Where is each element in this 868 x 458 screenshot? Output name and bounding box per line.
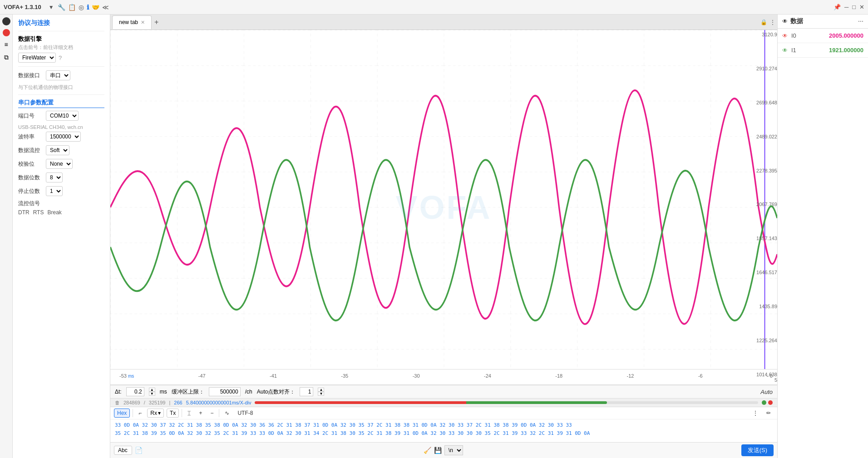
separator — [133, 409, 133, 417]
y-axis-labels: 3120.9 2910.274 2699.648 2489.022 2278.3… — [745, 30, 777, 384]
port-label: 端口号 — [18, 112, 43, 120]
engine-hint: 点击前号：前往详细文档 — [18, 44, 104, 51]
icon-lines[interactable]: ≡ — [2, 40, 11, 49]
terminal-line-1: 33 0D 0A 32 30 37 32 2C 31 38 35 38 0D 0… — [115, 421, 773, 429]
tab-add-btn[interactable]: + — [152, 18, 161, 26]
x-labels: -53 ms -47 -41 -35 -30 -24 -18 -12 -6 - … — [110, 371, 777, 379]
dt-down[interactable]: ▼ — [149, 392, 155, 396]
panel-more-btn[interactable]: ⋯ — [858, 18, 863, 25]
utf-btn[interactable]: UTF-8 — [235, 409, 256, 417]
interface-select[interactable]: 串口 — [46, 70, 70, 80]
minus-btn[interactable]: − — [207, 409, 216, 417]
dtr-btn[interactable]: DTR — [18, 209, 30, 216]
send-button[interactable]: 发送(S) — [741, 444, 774, 456]
main-layout: ≡ ⧉ 协议与连接 数据引擎 点击前号：前往详细文档 FireWater ? 数… — [0, 15, 868, 458]
count2: 325199 — [149, 400, 166, 405]
align-spinner[interactable]: ▲ ▼ — [318, 388, 324, 396]
channel-0-value: 2005.000000 — [829, 32, 863, 39]
buffer-input[interactable] — [209, 387, 241, 396]
more-btn[interactable]: ⋮ — [750, 409, 761, 417]
terminal-line-2: 35 2C 31 38 39 35 0D 0A 32 30 32 35 2C 3… — [115, 429, 773, 438]
x-label-8: -6 — [698, 373, 703, 379]
y-label-2: 2699.648 — [745, 100, 777, 105]
databits-select[interactable]: 8 — [46, 172, 63, 182]
tx-btn[interactable]: Tx — [167, 409, 179, 418]
close-btn[interactable]: ✕ — [859, 4, 864, 10]
tab-close-btn[interactable]: ✕ — [141, 20, 145, 25]
dt-up[interactable]: ▲ — [149, 388, 155, 392]
channel-1-label: I1 — [791, 47, 800, 54]
align-up[interactable]: ▲ — [318, 388, 324, 392]
y-label-0: 3120.9 — [745, 32, 777, 37]
sidebar: 协议与连接 数据引擎 点击前号：前往详细文档 FireWater ? 数据接口 … — [13, 15, 110, 458]
window-controls: 📌 ─ □ ✕ — [833, 4, 864, 10]
separator2 — [182, 409, 182, 417]
separator2: | — [169, 400, 171, 405]
wrench-icon[interactable]: 🔧 — [58, 4, 65, 11]
engine-help[interactable]: ? — [59, 54, 62, 61]
lock-icon[interactable]: 🔒 — [760, 19, 767, 25]
pin-icon[interactable]: 📌 — [833, 4, 841, 10]
y-label-7: 1646.517 — [745, 270, 777, 275]
baud-select[interactable]: 1500000 — [46, 132, 81, 142]
baud-label: 波特率 — [18, 133, 43, 141]
count3: 266 — [174, 400, 182, 405]
rts-btn[interactable]: RTS — [33, 209, 44, 216]
parity-select[interactable]: None — [46, 159, 73, 169]
icon-circle-dark[interactable] — [2, 17, 10, 25]
more-options-icon[interactable]: ⋮ — [770, 19, 775, 25]
wave-btn[interactable]: ∿ — [222, 409, 232, 417]
channel-1-eye[interactable]: 👁 — [782, 47, 788, 54]
panel-title: 数据 — [790, 17, 803, 25]
chart-svg — [110, 30, 777, 384]
file-icon[interactable]: 📄 — [135, 447, 143, 454]
port-hint: USB-SERIAL CH340, wch.cn — [18, 124, 104, 130]
auto-align-input[interactable] — [300, 387, 313, 396]
serial-config-title: 串口参数配置 — [18, 98, 104, 108]
tab-new[interactable]: new tab ✕ — [112, 15, 152, 29]
hex-btn[interactable]: Hex — [114, 409, 130, 418]
interface-row: 数据接口 串口 — [18, 70, 104, 80]
interface-label: 数据接口 — [18, 72, 43, 79]
camera-icon[interactable]: ◎ — [79, 4, 84, 11]
y-label-10: 1014.6385 — [745, 372, 777, 383]
align-down[interactable]: ▼ — [318, 392, 324, 396]
eye-icon: 👁 — [782, 18, 788, 25]
channel-row-1: 👁 I1 1921.000000 — [778, 43, 868, 58]
break-btn[interactable]: Break — [47, 209, 61, 216]
dropdown-icon[interactable]: ▼ — [49, 4, 54, 10]
flow-select[interactable]: Soft — [46, 145, 69, 155]
rx-btn[interactable]: Rx ▾ — [147, 409, 164, 418]
send-bar: Abc 📄 🧹 💾 \n 发送(S) — [110, 442, 777, 458]
control-signals: 流控信号 DTR RTS Break — [18, 200, 104, 216]
stopbits-row: 停止位数 1 — [18, 186, 104, 196]
info-icon[interactable]: ℹ — [87, 4, 89, 11]
maximize-btn[interactable]: □ — [852, 4, 856, 10]
save-icon[interactable]: 💾 — [434, 447, 442, 454]
dt-input[interactable] — [126, 387, 144, 396]
trash-icon[interactable]: 🗑 — [115, 400, 120, 405]
icon-record[interactable] — [3, 29, 10, 36]
collapse-icon[interactable]: ≪ — [102, 4, 109, 11]
clear-icon[interactable]: 🧹 — [424, 447, 431, 454]
engine-select[interactable]: FireWater — [18, 53, 56, 63]
per-ch-label: /ch — [245, 389, 252, 395]
channel-0-eye[interactable]: 👁 — [782, 33, 788, 39]
terminal-icon-btn[interactable]: ⌐ — [136, 409, 144, 417]
dt-spinner[interactable]: ▲ ▼ — [149, 388, 155, 396]
clipboard-icon[interactable]: 📋 — [68, 4, 76, 11]
x-label-1: -47 — [198, 373, 206, 379]
port-select[interactable]: COM10 — [46, 111, 79, 121]
connect-icon[interactable]: 🤝 — [92, 4, 99, 11]
flow-label: 数据流控 — [18, 147, 43, 154]
databits-label: 数据位数 — [18, 174, 43, 182]
progress-bar — [255, 401, 758, 404]
plus-btn[interactable]: + — [196, 409, 205, 417]
channel-row-0: 👁 I0 2005.000000 — [778, 29, 868, 43]
newline-select[interactable]: \n — [444, 445, 463, 455]
minimize-btn[interactable]: ─ — [844, 4, 848, 10]
align-btn[interactable]: ⌶ — [185, 409, 193, 417]
brush-btn[interactable]: ✏ — [764, 409, 774, 417]
stopbits-select[interactable]: 1 — [46, 186, 63, 196]
icon-copy[interactable]: ⧉ — [2, 53, 11, 62]
